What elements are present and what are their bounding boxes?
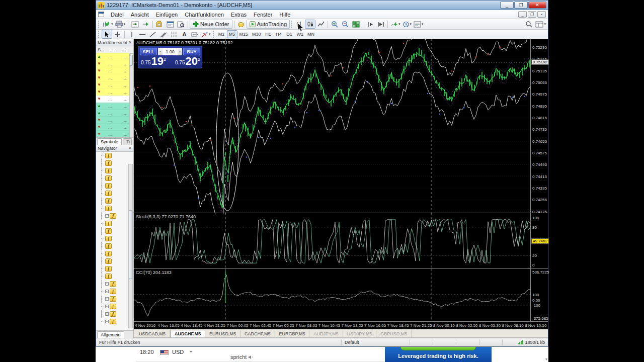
navigator-item[interactable]: +f <box>96 295 133 303</box>
navigator-item[interactable]: −f <box>96 212 133 220</box>
preview-button[interactable] <box>176 20 186 29</box>
cci-pane[interactable]: CCI(70) 204.1183 536.72251000.00-100-375… <box>134 269 548 322</box>
templates-button[interactable]: ▾ <box>413 20 425 29</box>
page-scrollbar-arrow[interactable]: ▾ <box>545 357 547 361</box>
navigator-header[interactable]: Navigator ✕ <box>96 145 133 152</box>
navigator-item[interactable]: f <box>96 250 133 257</box>
symbol-row[interactable]: ▼...... <box>96 88 133 96</box>
symbol-row[interactable]: ▼...... <box>96 81 133 88</box>
market-watch-column-0[interactable]: S... <box>96 47 108 52</box>
autotrading-button[interactable]: AutoTrading <box>247 20 290 29</box>
navigator-item[interactable]: −f <box>96 280 133 288</box>
time-axis[interactable]: 4 Nov 20164 Nov 16:054 Nov 18:454 Nov 21… <box>134 322 548 329</box>
navigator-item[interactable]: f <box>96 265 133 273</box>
volume-value[interactable]: 1.00 <box>163 49 178 54</box>
filter-caret-icon[interactable]: ▼ <box>189 350 193 353</box>
periods-button[interactable]: ▾ <box>401 20 413 29</box>
toolbar-grip[interactable] <box>291 21 293 28</box>
mdi-close-button[interactable]: × <box>537 11 546 18</box>
market-watch-close-icon[interactable]: ✕ <box>128 40 132 45</box>
market-watch-column-2[interactable]: ... <box>121 47 133 52</box>
indicators-button[interactable]: ▾ <box>389 20 401 29</box>
volume-field[interactable]: ▾ 1.00 ▴ <box>158 48 182 55</box>
risk-warning-banner[interactable]: Leveraged trading is high risk. <box>385 347 492 362</box>
expand-box-icon[interactable]: + <box>105 297 109 301</box>
navigator-item[interactable]: f <box>96 235 133 242</box>
chart-shift-button[interactable] <box>130 20 140 29</box>
line-chart-button[interactable] <box>315 20 326 29</box>
chart-tab-usdjpy-m5[interactable]: USDJPY,M5 <box>343 330 376 337</box>
fibonacci-tool-button[interactable] <box>169 30 179 39</box>
data-window-button[interactable] <box>165 20 176 29</box>
arrows-tool-button[interactable]: ▾ <box>200 30 212 39</box>
market-watch-column-1[interactable]: ... <box>108 47 121 52</box>
tab-symbole[interactable]: Symbole <box>97 138 122 145</box>
symbol-row[interactable]: ▼...... <box>96 60 133 67</box>
navigator-item[interactable]: f <box>96 152 133 159</box>
navigator-item[interactable]: +f <box>96 288 133 295</box>
timeframe-d1-button[interactable]: D1 <box>284 30 295 38</box>
timeframe-mn-button[interactable]: MN <box>305 30 316 38</box>
buy-button[interactable]: BUY <box>183 48 200 55</box>
volume-decrease-button[interactable]: ▾ <box>158 48 163 55</box>
menu-extras[interactable]: Extras <box>227 11 250 18</box>
maximize-button[interactable]: ❐ <box>514 2 528 9</box>
collapse-box-icon[interactable]: − <box>105 214 109 218</box>
symbol-row[interactable]: ▲...... <box>96 103 133 110</box>
navigator-item[interactable]: +f <box>96 318 133 325</box>
navigator-item[interactable]: f <box>96 174 133 182</box>
timeframe-m15-button[interactable]: M15 <box>237 30 251 38</box>
symbol-row[interactable]: ▲...... <box>96 53 133 60</box>
toolbar-grip[interactable] <box>213 31 215 38</box>
auto-scroll-button[interactable] <box>140 20 151 29</box>
sell-price[interactable]: 0.75 19 2 <box>140 56 166 66</box>
symbol-row[interactable]: ▲...... <box>96 110 133 117</box>
symbol-row[interactable]: ▼...... <box>96 96 133 103</box>
expand-box-icon[interactable]: + <box>105 290 109 293</box>
zoom-in-button[interactable] <box>330 20 340 29</box>
chart-tab-eurusd-m5[interactable]: EURUSD,M5 <box>205 330 240 337</box>
minimize-button[interactable]: _ <box>500 2 514 9</box>
symbol-row[interactable]: ▼...... <box>96 124 133 131</box>
chart-tab-gbpusd-m5[interactable]: GBPUSD,M5 <box>376 330 412 337</box>
layout-button[interactable]: ▾ <box>534 20 547 29</box>
chart-tab-eurgbp-m5[interactable]: EURGBP,M5 <box>275 330 310 337</box>
toolbar-grip[interactable] <box>98 31 101 38</box>
expand-box-icon[interactable]: + <box>105 320 109 323</box>
timeframe-m1-button[interactable]: M1 <box>216 30 227 38</box>
symbol-row[interactable]: ▼...... <box>96 74 133 81</box>
timeframe-h4-button[interactable]: H4 <box>274 30 284 38</box>
navigator-item[interactable]: f <box>96 159 133 167</box>
price-chart-pane[interactable]: AUDCHF,M5 0.75187 0.75201 0.75182 0.7519… <box>134 39 548 213</box>
menu-chartfunktionen[interactable]: Chartfunktionen <box>181 11 227 18</box>
symbol-row[interactable]: ▼...... <box>96 67 133 74</box>
navigator-item[interactable]: f <box>96 273 133 280</box>
menu-hilfe[interactable]: Hilfe <box>276 11 294 18</box>
zoom-out-button[interactable] <box>340 20 351 29</box>
collapse-box-icon[interactable]: − <box>105 282 109 286</box>
navigator-item[interactable]: f <box>96 220 133 227</box>
label-tool-button[interactable] <box>190 30 200 39</box>
vertical-line-tool-button[interactable] <box>126 30 137 39</box>
navigator-item[interactable]: f <box>96 190 133 197</box>
navigator-item[interactable]: f <box>96 227 133 235</box>
buy-price[interactable]: 0.75 20 2 <box>174 56 200 66</box>
stochastic-pane[interactable]: Stoch(5,3,3) 77.0270 71.7640 49.7462 100… <box>134 213 548 269</box>
tile-windows-button[interactable] <box>351 20 361 29</box>
sell-button[interactable]: SELL <box>140 48 157 55</box>
status-profile[interactable]: Default <box>342 339 410 345</box>
navigator-item[interactable]: f <box>96 197 133 205</box>
text-tool-button[interactable]: A <box>179 30 190 39</box>
banner-button[interactable] <box>400 346 476 350</box>
stochastic-axis[interactable]: 49.7462 10080200 <box>530 213 548 269</box>
symbol-row[interactable]: ▼...... <box>96 117 133 124</box>
volume-increase-button[interactable]: ▴ <box>178 48 182 55</box>
title-bar[interactable]: 1229177: ICMarkets-Demo01 - Demokonto - … <box>96 1 548 10</box>
navigator-close-icon[interactable]: ✕ <box>128 146 132 150</box>
close-button[interactable]: ✕ <box>528 2 546 9</box>
expand-box-icon[interactable]: + <box>105 312 109 316</box>
cci-axis[interactable]: 536.72251000.00-100-375.685 <box>530 269 548 321</box>
expand-box-icon[interactable]: + <box>105 305 109 308</box>
search-button[interactable] <box>524 20 534 29</box>
market-watch-header[interactable]: Marktübersicht ✕ <box>96 39 133 46</box>
